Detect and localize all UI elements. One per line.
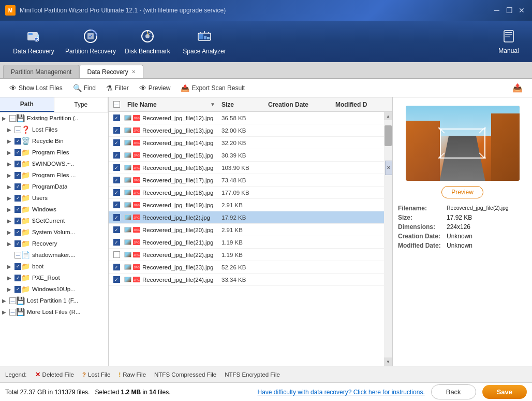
row-check[interactable]	[109, 139, 124, 146]
tree-item-getcurrent[interactable]: ▶ 📁 $GetCurrent	[0, 215, 108, 226]
save-button[interactable]: Save	[482, 385, 527, 399]
table-row[interactable]: JPG Recovered_jpg_file(14).jpg 32.20 KB	[109, 137, 392, 149]
tree-item-lost-partition1[interactable]: ▶ 💾 Lost Partition 1 (F...	[0, 295, 108, 306]
tree-body[interactable]: ▶ 💾 Existing Partition (.. ▶ ❓ Lost File…	[0, 112, 108, 366]
tree-item-pxe[interactable]: ▶ 📁 PXE_Root	[0, 272, 108, 283]
tree-check-pxe[interactable]	[14, 275, 21, 281]
tree-check-morelost[interactable]	[9, 309, 16, 316]
back-button[interactable]: Back	[431, 384, 476, 399]
tree-item-windows[interactable]: ▶ 📁 Windows	[0, 204, 108, 215]
scroll-thumb[interactable]	[385, 125, 392, 146]
row-check[interactable]	[109, 276, 124, 283]
table-row[interactable]: JPG Recovered_jpg_file(12).jpg 36.58 KB	[109, 112, 392, 124]
find-button[interactable]: 🔍 Find	[69, 82, 100, 94]
collapse-preview-button[interactable]: ✕	[385, 161, 392, 175]
row-checkbox[interactable]	[113, 202, 120, 208]
row-checkbox[interactable]	[113, 177, 120, 183]
tree-check-win10up[interactable]	[14, 286, 21, 293]
row-checkbox[interactable]	[113, 226, 120, 233]
tree-check-recycle[interactable]	[14, 138, 21, 145]
row-check[interactable]	[109, 164, 124, 171]
filter-button[interactable]: ⚗ Filter	[102, 82, 133, 94]
tree-check-win[interactable]	[14, 161, 21, 167]
row-check[interactable]	[109, 189, 124, 196]
table-row[interactable]: JPG Recovered_jpg_file(22).jpg 1.19 KB	[109, 249, 392, 261]
row-checkbox[interactable]	[113, 276, 120, 283]
col-header-creation-date[interactable]: Creation Date	[265, 101, 332, 108]
row-check[interactable]	[109, 264, 124, 270]
row-check[interactable]	[109, 202, 124, 208]
row-check[interactable]	[109, 214, 124, 221]
tab-close-icon[interactable]: ✕	[131, 69, 136, 75]
row-checkbox[interactable]	[113, 214, 120, 221]
tab-partition-management[interactable]: Partition Management	[3, 65, 79, 78]
toolbar-partition-recovery[interactable]: Partition Recovery	[62, 23, 119, 60]
table-row[interactable]: JPG Recovered_jpg_file(24).jpg 33.34 KB	[109, 274, 392, 286]
show-lost-files-button[interactable]: 👁 Show Lost Files	[5, 82, 67, 94]
scroll-down-button[interactable]: ▼	[384, 357, 392, 366]
tree-check-lost[interactable]	[14, 126, 21, 133]
row-checkbox[interactable]	[113, 139, 120, 146]
tree-tab-path[interactable]: Path	[0, 97, 54, 112]
tree-item-boot[interactable]: ▶ 📁 boot	[0, 261, 108, 272]
tree-item-recycle-bin[interactable]: ▶ 🗑️ Recycle Bin	[0, 135, 108, 147]
table-row[interactable]: JPG Recovered_jpg_file(13).jpg 32.00 KB	[109, 124, 392, 137]
row-checkbox[interactable]	[113, 164, 120, 171]
table-row[interactable]: JPG Recovered_jpg_file(16).jpg 103.90 KB	[109, 162, 392, 174]
row-checkbox[interactable]	[113, 114, 120, 121]
row-check[interactable]	[109, 114, 124, 121]
table-row[interactable]: JPG Recovered_jpg_file(19).jpg 2.91 KB	[109, 199, 392, 211]
row-check[interactable]	[109, 127, 124, 134]
toolbar-manual[interactable]: Manual	[491, 23, 527, 60]
table-row[interactable]: JPG Recovered_jpg_file(2).jpg 17.92 KB	[109, 211, 392, 224]
tree-check-windows[interactable]	[14, 206, 21, 213]
table-row[interactable]: JPG Recovered_jpg_file(15).jpg 30.39 KB	[109, 149, 392, 162]
row-check[interactable]	[109, 177, 124, 183]
export-scan-button[interactable]: 📤 Export Scan Result	[176, 82, 249, 94]
col-header-filename[interactable]: File Name ▼	[124, 101, 218, 108]
preview-button[interactable]: 👁 Preview	[135, 82, 175, 94]
tree-item-system-volume[interactable]: ▶ 📁 System Volum...	[0, 226, 108, 238]
row-checkbox[interactable]	[113, 189, 120, 196]
table-row[interactable]: JPG Recovered_jpg_file(20).jpg 2.91 KB	[109, 224, 392, 236]
toolbar-data-recovery[interactable]: Data Recovery	[5, 23, 62, 60]
table-row[interactable]: JPG Recovered_jpg_file(21).jpg 1.19 KB	[109, 236, 392, 249]
row-checkbox[interactable]	[113, 127, 120, 134]
table-row[interactable]: JPG Recovered_jpg_file(23).jpg 52.26 KB	[109, 261, 392, 274]
row-check[interactable]	[109, 226, 124, 233]
tree-check-getcurrent[interactable]	[14, 218, 21, 224]
tree-tab-type[interactable]: Type	[54, 97, 109, 112]
row-checkbox[interactable]	[113, 251, 120, 258]
tree-check-prog2[interactable]	[14, 172, 21, 179]
scroll-up-button[interactable]: ▲	[384, 112, 392, 120]
tree-item-programdata[interactable]: ▶ 📁 ProgramData	[0, 181, 108, 192]
file-list-body[interactable]: JPG Recovered_jpg_file(12).jpg 36.58 KB …	[109, 112, 392, 366]
tree-check-recovery[interactable]	[14, 240, 21, 247]
row-checkbox[interactable]	[113, 264, 120, 270]
tree-check-users[interactable]	[14, 195, 21, 202]
tree-check-lostpart1[interactable]	[9, 297, 16, 304]
tree-check-existing[interactable]	[9, 115, 16, 122]
minimize-button[interactable]: ─	[492, 6, 502, 15]
tree-item-program-files[interactable]: ▶ 📁 Program Files	[0, 147, 108, 158]
row-checkbox[interactable]	[113, 152, 120, 159]
tree-check-boot[interactable]	[14, 263, 21, 270]
toolbar-disk-benchmark[interactable]: Disk Benchmark	[119, 23, 176, 60]
tree-check-shadow[interactable]	[14, 252, 21, 259]
tree-check-program[interactable]	[14, 149, 21, 156]
vertical-scrollbar[interactable]: ▲ ▼	[384, 112, 392, 366]
col-header-modified[interactable]: Modified D	[332, 101, 384, 108]
help-link[interactable]: Have difficulty with data recovery? Clic…	[257, 389, 424, 396]
close-button[interactable]: ✕	[516, 6, 527, 15]
tree-item-windows-tilde[interactable]: ▶ 📁 $WINDOWS.~..	[0, 158, 108, 169]
tree-item-more-lost[interactable]: ▶ 💾 More Lost Files (R...	[0, 306, 108, 318]
tree-check-sysvol[interactable]	[14, 229, 21, 236]
tree-item-program-files2[interactable]: ▶ 📁 Program Files ...	[0, 169, 108, 181]
tree-item-lost-files[interactable]: ▶ ❓ Lost Files	[0, 124, 108, 135]
preview-action-button[interactable]: Preview	[441, 186, 483, 198]
tree-check-progdata[interactable]	[14, 183, 21, 190]
tree-item-win10up[interactable]: ▶ 📁 Windows10Up...	[0, 283, 108, 295]
tree-item-shadowmaker[interactable]: 📄 shadowmaker....	[0, 249, 108, 261]
row-check[interactable]	[109, 152, 124, 159]
row-checkbox[interactable]	[113, 239, 120, 246]
